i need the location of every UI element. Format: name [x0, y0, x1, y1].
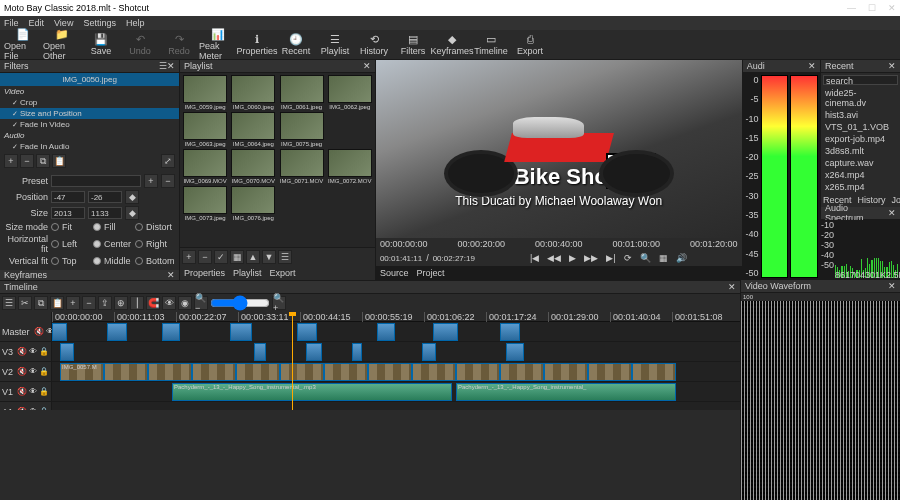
playlist-grid[interactable]: IMG_0059.jpegIMG_0060.jpegIMG_0061.jpegI… [180, 73, 375, 247]
tab-properties[interactable]: Properties [184, 268, 225, 278]
copy-filter-button[interactable]: ⧉ [36, 154, 50, 168]
radio-right[interactable] [135, 240, 143, 248]
filter-item[interactable]: Crop [0, 97, 179, 108]
open-other-button[interactable]: 📁Open Other [43, 31, 81, 59]
tl-split-button[interactable]: ⎮ [130, 296, 144, 310]
playlist-check-button[interactable]: ✓ [214, 250, 228, 264]
recent-button[interactable]: 🕘Recent [277, 31, 315, 59]
timeline-button[interactable]: ▭Timeline [472, 31, 510, 59]
timeline-clip[interactable] [500, 363, 544, 381]
timeline-clip[interactable] [456, 363, 500, 381]
preset-del-button[interactable]: − [161, 174, 175, 188]
open-file-button[interactable]: 📄Open File [4, 31, 42, 59]
tl-zoom-out-button[interactable]: 🔍− [194, 296, 208, 310]
track-head-v3[interactable]: V3🔇👁🔒 [0, 342, 51, 362]
panel-close-icon[interactable]: ✕ [808, 61, 816, 71]
timeline-clip[interactable] [162, 323, 180, 341]
timeline-clip[interactable] [506, 343, 524, 361]
mute-icon[interactable]: 🔇 [17, 387, 27, 396]
skip-start-button[interactable]: |◀ [528, 253, 541, 263]
forward-button[interactable]: ▶▶ [582, 253, 600, 263]
recent-search-input[interactable]: search [823, 75, 898, 85]
timeline-clip[interactable] [254, 343, 266, 361]
minimize-button[interactable]: — [847, 3, 856, 13]
hide-icon[interactable]: 👁 [29, 347, 37, 356]
preset-add-button[interactable]: + [144, 174, 158, 188]
recent-item[interactable]: x264.mp4 [823, 169, 898, 181]
skip-end-button[interactable]: ▶| [604, 253, 617, 263]
timeline-clip[interactable] [632, 363, 676, 381]
tab-export[interactable]: Export [270, 268, 296, 278]
playlist-remove-button[interactable]: − [198, 250, 212, 264]
timeline-clip[interactable] [422, 343, 436, 361]
tab-project[interactable]: Project [416, 268, 444, 278]
radio-top[interactable] [51, 257, 59, 265]
hide-icon[interactable]: 👁 [29, 367, 37, 376]
timeline-clip[interactable] [412, 363, 456, 381]
panel-close-icon[interactable]: ✕ [167, 270, 175, 280]
filter-item[interactable]: Fade In Video [0, 119, 179, 130]
radio-left[interactable] [51, 240, 59, 248]
preview-ruler[interactable]: 00:00:00:0000:00:20:0000:00:40:0000:01:0… [376, 238, 742, 250]
playhead[interactable] [292, 312, 293, 410]
tab-jobs[interactable]: Jobs [892, 195, 900, 205]
recent-item[interactable]: hist3.avi [823, 109, 898, 121]
radio-middle[interactable] [93, 257, 101, 265]
lock-icon[interactable]: 🔒 [39, 367, 49, 376]
timeline-clip[interactable] [377, 323, 395, 341]
tl-ripple-button[interactable]: ◉ [178, 296, 192, 310]
timeline-clip[interactable] [297, 323, 317, 341]
hide-icon[interactable]: 👁 [29, 387, 37, 396]
maximize-button[interactable]: ☐ [868, 3, 876, 13]
playlist-item[interactable]: IMG_0063.jpeg [182, 112, 228, 147]
tab-playlist[interactable]: Playlist [233, 268, 262, 278]
lock-icon[interactable]: 🔒 [39, 387, 49, 396]
track-head-v1[interactable]: V1🔇👁🔒 [0, 382, 51, 402]
tl-paste-button[interactable]: 📋 [50, 296, 64, 310]
mute-icon[interactable]: 🔇 [17, 347, 27, 356]
playlist-menu-button[interactable]: ☰ [278, 250, 292, 264]
filters-button[interactable]: ▤Filters [394, 31, 432, 59]
timeline-clip[interactable] [148, 363, 192, 381]
peak-meter-button[interactable]: 📊Peak Meter [199, 31, 237, 59]
size-h-input[interactable] [88, 207, 122, 219]
recent-item[interactable]: 3d8s8.mlt [823, 145, 898, 157]
playlist-item[interactable]: IMG_0062.jpeg [327, 75, 373, 110]
playlist-up-button[interactable]: ▲ [246, 250, 260, 264]
timeline-clip[interactable] [280, 363, 324, 381]
volume-button[interactable]: 🔊 [674, 253, 689, 263]
track-head-a1[interactable]: A1🔇👁🔒 [0, 402, 51, 410]
tab-source[interactable]: Source [380, 268, 409, 278]
position-x-input[interactable] [51, 191, 85, 203]
panel-close-icon[interactable]: ✕ [363, 61, 371, 71]
remove-filter-button[interactable]: − [20, 154, 34, 168]
playlist-view-button[interactable]: ▦ [230, 250, 244, 264]
recent-item[interactable]: capture.wav [823, 157, 898, 169]
export-button[interactable]: ⎙Export [511, 31, 549, 59]
timeline-clip[interactable] [352, 343, 362, 361]
save-button[interactable]: 💾Save [82, 31, 120, 59]
radio-distort[interactable] [135, 223, 143, 231]
add-filter-button[interactable]: + [4, 154, 18, 168]
playlist-item[interactable]: IMG_0072.MOV [327, 149, 373, 184]
timecode-in[interactable]: 00:01:41:11 [380, 254, 422, 263]
tl-zoom-in-button[interactable]: 🔍+ [272, 296, 286, 310]
expand-filter-button[interactable]: ⤢ [161, 154, 175, 168]
timeline-clip[interactable] [324, 363, 368, 381]
menu-view[interactable]: View [54, 18, 73, 28]
timeline-clip[interactable] [230, 323, 252, 341]
timeline-clip[interactable] [544, 363, 588, 381]
pos-keyframe-button[interactable]: ◆ [125, 190, 139, 204]
timeline-clip[interactable]: Pachyderm_-_13_-_Happy_Song_instrumental… [456, 383, 676, 401]
track-head-master[interactable]: Master🔇👁🔒 [0, 322, 51, 342]
preset-select[interactable] [51, 175, 141, 187]
filter-item[interactable]: Fade In Audio [0, 141, 179, 152]
recent-item[interactable]: export-job.mp4 [823, 133, 898, 145]
hide-icon[interactable]: 👁 [29, 407, 37, 410]
playlist-add-button[interactable]: + [182, 250, 196, 264]
playlist-item[interactable]: IMG_0060.jpeg [230, 75, 276, 110]
panel-close-icon[interactable]: ✕ [728, 282, 736, 292]
tl-copy-button[interactable]: ⧉ [34, 296, 48, 310]
close-button[interactable]: ✕ [888, 3, 896, 13]
tl-snap-button[interactable]: 🧲 [146, 296, 160, 310]
